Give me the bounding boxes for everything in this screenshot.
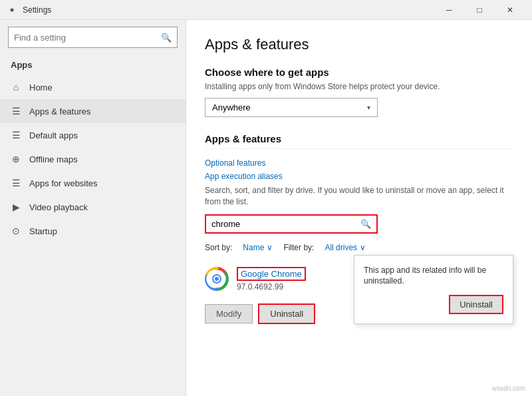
- search-box[interactable]: 🔍: [205, 214, 378, 234]
- app-list-item: Google Chrome 97.0.4692.99 This app and …: [205, 262, 513, 297]
- sidebar-item-apps-features[interactable]: ☰ Apps & features: [0, 99, 186, 123]
- title-bar-title: Settings: [23, 5, 51, 15]
- sidebar-item-default-apps-label: Default apps: [29, 130, 78, 140]
- video-playback-icon: ▶: [11, 202, 21, 212]
- sort-button[interactable]: Name ∨: [243, 243, 273, 252]
- apps-websites-icon: ☰: [11, 178, 21, 188]
- sidebar-item-default-apps[interactable]: ☰ Default apps: [0, 123, 186, 147]
- sort-label: Sort by:: [205, 243, 232, 252]
- sort-value: Name: [243, 243, 264, 252]
- watermark: wsxdn.com: [492, 385, 525, 392]
- dropdown-value: Anywhere: [212, 102, 251, 112]
- sidebar-item-apps-features-label: Apps & features: [29, 106, 91, 116]
- choose-section-title: Choose where to get apps: [205, 67, 513, 78]
- default-apps-icon: ☰: [11, 130, 21, 140]
- sidebar-item-offline-maps-label: Offline maps: [29, 154, 78, 164]
- title-bar-controls: ─ □ ✕: [434, 0, 525, 20]
- sidebar-item-startup-label: Startup: [29, 226, 57, 236]
- tooltip-popup: This app and its related info will be un…: [354, 255, 513, 325]
- sidebar-item-startup[interactable]: ⊙ Startup: [0, 219, 186, 243]
- filter-value: All drives: [325, 243, 357, 252]
- sidebar-search-input[interactable]: [14, 33, 161, 43]
- tooltip-uninstall-button[interactable]: Uninstall: [449, 295, 503, 314]
- page-title: Apps & features: [205, 36, 513, 53]
- filter-button[interactable]: All drives ∨: [325, 243, 366, 252]
- app-icon-chrome: [205, 267, 229, 291]
- anywhere-dropdown[interactable]: Anywhere ▾: [205, 98, 378, 117]
- svg-point-5: [215, 277, 219, 281]
- sidebar-item-apps-websites[interactable]: ☰ Apps for websites: [0, 171, 186, 195]
- sidebar-item-home[interactable]: ⌂ Home: [0, 75, 186, 99]
- choose-help-text: Installing apps only from Windows Store …: [205, 82, 513, 91]
- main-content: Apps & features Choose where to get apps…: [186, 20, 532, 396]
- settings-icon: [7, 5, 17, 15]
- svg-point-0: [11, 8, 14, 11]
- sidebar: 🔍 Apps ⌂ Home ☰ Apps & features ☰ Defaul…: [0, 20, 186, 396]
- chevron-down-icon: ▾: [367, 104, 370, 111]
- home-icon: ⌂: [11, 82, 21, 93]
- filter-label: Filter by:: [283, 243, 314, 252]
- maximize-button[interactable]: □: [464, 0, 495, 20]
- close-button[interactable]: ✕: [495, 0, 525, 20]
- sort-filter-row: Sort by: Name ∨ Filter by: All drives ∨: [205, 243, 513, 252]
- search-box-icon: 🔍: [360, 219, 371, 229]
- app-execution-alias-link[interactable]: App execution aliases: [205, 172, 513, 181]
- sidebar-search-box[interactable]: 🔍: [8, 27, 178, 48]
- sidebar-section-label: Apps: [0, 56, 186, 75]
- offline-maps-icon: ⊕: [11, 154, 21, 164]
- sidebar-search-icon: 🔍: [161, 33, 172, 43]
- sidebar-item-home-label: Home: [29, 83, 53, 93]
- tooltip-text: This app and its related info will be un…: [364, 265, 503, 288]
- section-divider: [205, 148, 513, 149]
- startup-icon: ⊙: [11, 226, 21, 236]
- apps-features-section-title: Apps & features: [205, 133, 513, 144]
- minimize-button[interactable]: ─: [434, 0, 464, 20]
- sort-chevron: ∨: [267, 243, 273, 252]
- app-name[interactable]: Google Chrome: [237, 267, 306, 281]
- app-container: 🔍 Apps ⌂ Home ☰ Apps & features ☰ Defaul…: [0, 20, 532, 396]
- apps-features-icon: ☰: [11, 106, 21, 116]
- title-bar: Settings ─ □ ✕: [0, 0, 532, 20]
- sidebar-item-apps-websites-label: Apps for websites: [29, 178, 98, 188]
- uninstall-button[interactable]: Uninstall: [258, 303, 315, 324]
- sidebar-item-offline-maps[interactable]: ⊕ Offline maps: [0, 147, 186, 171]
- modify-button[interactable]: Modify: [205, 304, 253, 323]
- sidebar-item-video-playback[interactable]: ▶ Video playback: [0, 195, 186, 219]
- optional-features-link[interactable]: Optional features: [205, 158, 513, 168]
- filter-chevron: ∨: [360, 243, 366, 252]
- search-description: Search, sort, and filter by drive. If yo…: [205, 185, 513, 208]
- search-input[interactable]: [211, 219, 360, 229]
- sidebar-item-video-playback-label: Video playback: [29, 202, 88, 212]
